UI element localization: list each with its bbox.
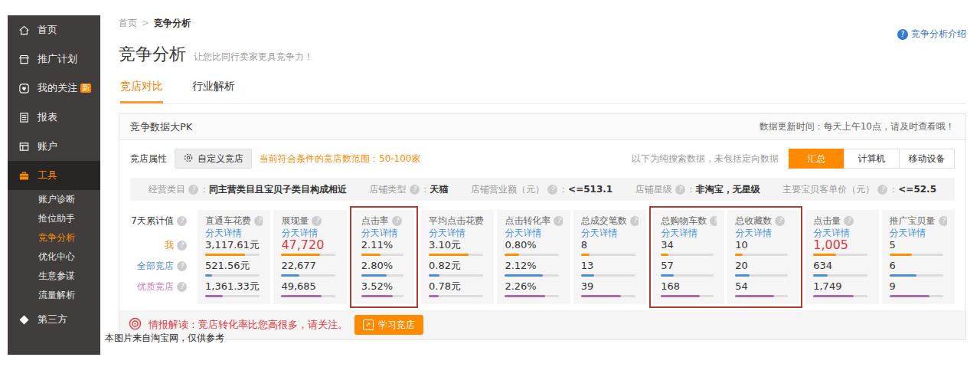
row-label: 优质竞店?: [130, 280, 188, 301]
sidebar-subitem[interactable]: 优化中心: [8, 247, 100, 267]
tab-active[interactable]: 竞店对比: [120, 80, 163, 103]
metric-bar: [429, 254, 483, 256]
daily-detail-link[interactable]: 分天详情: [735, 227, 791, 239]
device-segmented-control: 汇总计算机移动设备: [789, 149, 955, 169]
filter-value: 非淘宝，无星级: [696, 184, 760, 195]
daily-detail-link[interactable]: 分天详情: [429, 227, 486, 239]
metric-cell: 3.52%: [361, 280, 407, 301]
row-header: 7天累计值?: [130, 215, 188, 227]
metric-bar: [735, 254, 788, 256]
sidebar-item-diamond[interactable]: 第三方: [8, 305, 100, 334]
info-icon[interactable]: ?: [410, 185, 420, 195]
metric-title-row: 平均点击花费?: [429, 215, 486, 227]
info-icon[interactable]: ?: [312, 216, 322, 226]
sidebar-item-label: 工具: [38, 169, 57, 182]
device-tab[interactable]: 移动设备: [899, 149, 955, 169]
question-icon: ?: [897, 29, 908, 40]
daily-detail-link[interactable]: 分天详情: [890, 227, 947, 239]
info-icon[interactable]: ?: [547, 185, 557, 195]
sidebar-item-heart[interactable]: 我的关注新: [8, 74, 100, 103]
tab-inactive[interactable]: 行业解析: [192, 80, 235, 103]
row-header-label: 7天累计值: [131, 215, 174, 226]
metric-value: 634: [813, 260, 871, 271]
sidebar-subitem[interactable]: 账户诊断: [8, 190, 100, 209]
sidebar-subitem[interactable]: 抢位助手: [8, 209, 100, 228]
metric-bar-fill: [361, 254, 381, 256]
metric-value: 168: [661, 280, 717, 292]
sidebar-item-account[interactable]: 账户: [8, 132, 100, 161]
sidebar-item-home[interactable]: 首页: [8, 15, 100, 44]
topbar: 首页>竞争分析 ?竞争分析介绍: [119, 17, 966, 32]
sidebar-subitem[interactable]: 流量解析: [8, 286, 100, 305]
info-icon[interactable]: ?: [710, 216, 717, 226]
daily-detail-link[interactable]: 分天详情: [661, 227, 717, 239]
metric-bar: [813, 274, 867, 277]
metric-cell: 3,117.61元: [205, 239, 263, 260]
metric-cell: 20: [735, 260, 791, 280]
metric-bar: [205, 254, 260, 256]
metric-bar-fill: [661, 295, 700, 297]
metric-cell: 47,720: [281, 239, 338, 260]
breadcrumb-separator: >: [142, 18, 149, 28]
daily-detail-link[interactable]: 分天详情: [205, 227, 263, 239]
metric-value: 47,720: [281, 239, 338, 251]
sidebar-subitem[interactable]: 生意参谋: [8, 267, 100, 286]
help-link-label: 竞争分析介绍: [911, 28, 966, 41]
sidebar-item-label: 账户: [38, 139, 57, 153]
metric-cell: 2.26%: [505, 280, 562, 301]
info-icon[interactable]: ?: [177, 261, 187, 271]
metric-title-row: 点击转化率?: [505, 215, 562, 227]
daily-detail-link[interactable]: 分天详情: [361, 227, 407, 239]
info-icon[interactable]: ?: [675, 185, 685, 195]
metric-value: 3.52%: [361, 280, 407, 292]
info-icon[interactable]: ?: [188, 185, 198, 195]
info-icon[interactable]: ?: [254, 216, 263, 226]
info-icon[interactable]: ?: [177, 216, 187, 226]
metric-value: 20: [735, 260, 791, 271]
info-icon[interactable]: ?: [177, 241, 187, 251]
device-tab[interactable]: 汇总: [789, 149, 844, 169]
metric-bar-fill: [735, 274, 750, 277]
row-label-text: 全部竞店: [137, 261, 174, 271]
device-tab[interactable]: 计算机: [844, 149, 900, 169]
home-icon: [18, 24, 30, 36]
metric-value: 1,361.33元: [205, 280, 263, 292]
metric-title-row: 展现量?: [281, 215, 338, 227]
sidebar-subitem[interactable]: 竞争分析: [8, 228, 100, 247]
controls-row: 竞店属性 自定义竞店 当前符合条件的竞店数范围：50-100家 以下为纯搜索数据…: [119, 140, 965, 176]
sidebar-item-shop[interactable]: 推广计划: [8, 44, 100, 74]
info-icon[interactable]: ?: [844, 216, 854, 226]
info-icon[interactable]: ?: [775, 216, 785, 226]
metric-bar: [581, 254, 635, 256]
daily-detail-link[interactable]: 分天详情: [505, 227, 562, 239]
metric-bar: [429, 295, 483, 297]
sidebar-item-report[interactable]: 报表: [8, 103, 100, 132]
filter-item: 店铺星级?：非淘宝，无星级: [635, 183, 760, 196]
daily-detail-link[interactable]: 分天详情: [581, 227, 639, 239]
info-icon[interactable]: ?: [877, 185, 887, 195]
metric-bar-fill: [361, 295, 393, 297]
info-icon[interactable]: ?: [177, 282, 187, 292]
filter-value: <=52.5: [898, 184, 936, 195]
metric-card: 总成交笔数?分天详情81339: [573, 210, 646, 304]
info-icon[interactable]: ?: [392, 216, 402, 226]
competitor-range-note: 当前符合条件的竞店数范围：50-100家: [260, 152, 421, 165]
info-icon[interactable]: ?: [939, 216, 947, 226]
customize-competitors-label: 自定义竞店: [198, 152, 243, 165]
info-icon[interactable]: ?: [630, 216, 639, 226]
metric-bar: [890, 274, 944, 277]
metric-bar-fill: [281, 254, 319, 256]
info-icon[interactable]: ?: [554, 216, 562, 226]
metric-card: 展现量?分天详情47,72022,67749,685: [273, 210, 346, 304]
sidebar-item-toolbox[interactable]: 工具: [8, 161, 100, 190]
account-icon: [18, 140, 30, 152]
heart-icon: [18, 82, 30, 94]
metric-cell: 57: [661, 260, 717, 280]
metric-title: 展现量: [281, 215, 309, 226]
metric-bar-fill: [429, 274, 439, 277]
learn-competitor-button[interactable]: ↗ 学习竞店: [354, 315, 423, 335]
breadcrumb-home[interactable]: 首页: [119, 18, 137, 28]
help-link[interactable]: ?竞争分析介绍: [897, 28, 966, 41]
customize-competitors-button[interactable]: 自定义竞店: [175, 149, 252, 169]
metric-bar: [735, 274, 788, 277]
